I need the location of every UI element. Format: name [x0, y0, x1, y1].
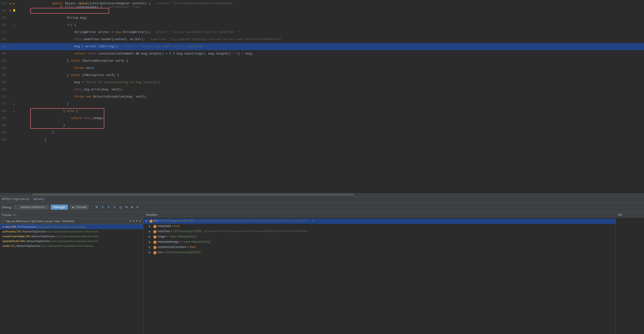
gutter-119: 119 →	[0, 45, 29, 49]
var-row-interpolateimage: i interpolateimage = "value='$IqueryStri…	[143, 240, 615, 245]
line-num-114: 114	[0, 9, 8, 13]
running-thread-row: ✓ "http-nio-8090-exec-2"@42,966 in group…	[0, 218, 143, 224]
frame-item-0[interactable]: ■ value:296, ASTStringLiteral (org.apach…	[0, 224, 143, 229]
frame-item-4[interactable]: render:111, AbstractTagDirective (com.op…	[0, 243, 143, 248]
var-type-icon-image: i	[153, 235, 156, 239]
watch-panel: Wa	[615, 212, 644, 334]
marker-119: →	[8, 45, 12, 49]
code-span: }	[44, 138, 46, 141]
frame-class-2: AbstractTagDirective	[31, 235, 56, 238]
var-name-interpolate: interpolate	[158, 224, 171, 228]
session-close-btn[interactable]: ×	[45, 206, 47, 209]
running-thread-text: "http-nio-8090-exec-2"@42,966 in group "…	[5, 220, 128, 223]
line-num-115: 115	[0, 16, 8, 20]
var-name-image: image	[158, 235, 166, 238]
frames-filter-icon[interactable]: ⊞	[14, 213, 16, 217]
var-row-containslinecomment: i containsLineComment = false	[143, 245, 615, 250]
gutter-128: 128 ◇	[0, 109, 29, 113]
var-name-containslinecomment: containsLineComment	[158, 245, 186, 249]
var-extra-this: "org.apache.velocity.runtime.parser.node…	[196, 219, 309, 222]
breadcrumb-method[interactable]: value()	[33, 198, 45, 201]
add-watch-icon[interactable]: +	[312, 219, 314, 223]
var-expand-image[interactable]	[149, 235, 152, 239]
var-row-rsvc: i rsvc = {RuntimeInstance@48252}	[143, 250, 615, 255]
line-num-119: 119	[0, 45, 8, 48]
frame-method-2: createPropertyMap:240,	[2, 235, 31, 238]
icon-113: ▶	[12, 2, 16, 5]
chevron-right-icon-containslinecomment	[149, 246, 150, 248]
line-num-117: 117	[0, 31, 8, 34]
editor-area: 113 ● ▶ public Object value(InternalCont…	[0, 0, 644, 196]
frames-panel: Frames ⊞ ↕ ✓ "http-nio-8090-exec-2"@42,9…	[0, 212, 143, 334]
list-icon[interactable]: ≡	[95, 205, 99, 209]
variables-list: i this = {ASTStringLiteral@78254} "org.a…	[143, 218, 615, 334]
breadcrumb-class[interactable]: ASTStringLiteral	[2, 198, 29, 201]
var-value-interpolateimage: "value='$IqueryString' "	[182, 240, 212, 243]
console-tab-label: Console	[76, 205, 86, 209]
session-name: remote confluence	[20, 205, 44, 209]
line-num-113: 113	[0, 2, 8, 5]
frame-package-2: (com.opensymphony.webwork.views...	[56, 235, 100, 238]
gutter-129: 129	[0, 117, 29, 120]
session-tab[interactable]: ⬛ remote confluence ×	[14, 205, 49, 209]
line-num-126: 126	[0, 95, 8, 98]
var-expand-containslinecomment[interactable]	[149, 245, 152, 249]
scrollbar-thumb[interactable]	[32, 193, 354, 195]
thread-nav-down[interactable]: ▼	[136, 219, 138, 223]
gutter-131: 131	[0, 131, 29, 134]
gutter-130: 130	[0, 124, 29, 127]
var-name-interpolateimage: interpolateimage	[158, 240, 179, 243]
chevron-down-icon	[145, 221, 148, 222]
var-eq-rsvc: =	[164, 251, 166, 254]
marker-114: ○	[8, 10, 12, 12]
line-num-122: 122	[0, 66, 8, 70]
line-num-116: 116	[0, 24, 8, 27]
running-check-icon: ✓	[2, 219, 4, 223]
var-value-containslinecomment: false	[190, 245, 196, 249]
var-expand-this[interactable]	[145, 219, 148, 223]
step-out-icon[interactable]: ⬆	[113, 204, 117, 210]
var-name-nodetree: nodeTree	[158, 230, 170, 233]
frame-item-1[interactable]: putProperty:370, AbstractTagDirective (c…	[0, 229, 143, 234]
gutter-127: 127 ◇	[0, 102, 29, 106]
console-tab-btn[interactable]: ▶ Console	[70, 204, 89, 210]
variables-header: Variables	[146, 213, 157, 216]
frame-method-3: applyAttributes:394,	[2, 240, 26, 242]
var-expand-nodetree[interactable]	[149, 230, 152, 233]
toolbar-sep-1	[92, 205, 92, 209]
thread-filter-icon[interactable]: ⊞	[139, 219, 141, 223]
debug-label: Debug:	[2, 205, 12, 209]
variables-header-bar: Variables	[143, 212, 615, 218]
frame-method-1: putProperty:370,	[2, 230, 22, 233]
gutter-115: 115	[0, 16, 29, 20]
thread-expand-icon[interactable]: ▼	[129, 219, 131, 223]
step-over-icon[interactable]: ⬆	[101, 204, 105, 210]
var-row-image: i image = "value='$IqueryString'"	[143, 234, 615, 240]
thread-nav-up[interactable]: ▲	[133, 219, 134, 223]
frames-expand-icon[interactable]: ↕	[18, 213, 19, 217]
settings-icon[interactable]: ≡	[136, 205, 139, 209]
frame-item-2[interactable]: createPropertyMap:240, AbstractTagDirect…	[0, 234, 143, 239]
line-num-123: 123	[0, 74, 8, 77]
line-num-129: 129	[0, 117, 8, 120]
table-icon[interactable]: ⊞	[130, 205, 134, 209]
marker-113: ●	[8, 2, 12, 6]
var-type-icon-rsvc: i	[153, 251, 156, 254]
debugger-tab-btn[interactable]: Debugger	[50, 204, 68, 210]
frame-item-3[interactable]: applyAttributes:394, AbstractTagDirectiv…	[0, 239, 143, 243]
evaluate-icon[interactable]: ⌨	[124, 204, 128, 210]
var-expand-interpolateimage[interactable]	[149, 240, 152, 244]
code-content-132: }	[29, 129, 644, 151]
var-extra-nodetree: "org.apache.velocity.runtime.parser.node…	[203, 230, 309, 232]
var-type-icon-interpolate: i	[153, 225, 156, 228]
editor-scrollbar[interactable]	[0, 193, 644, 196]
var-value-interpolate: true	[174, 224, 180, 228]
var-expand-interpolate[interactable]	[149, 224, 152, 228]
var-value-rsvc: {RuntimeInstance@48252}	[166, 251, 201, 254]
frames-header: Frames	[2, 213, 12, 217]
bottom-panel: Frames ⊞ ↕ ✓ "http-nio-8090-exec-2"@42,9…	[0, 212, 644, 334]
step-into-icon[interactable]: ⬇	[107, 204, 111, 210]
var-value-nodetree: {ASTprocess@78269}	[173, 230, 202, 233]
var-expand-rsvc[interactable]	[149, 251, 152, 254]
run-to-cursor-icon[interactable]: ↺	[118, 204, 122, 210]
